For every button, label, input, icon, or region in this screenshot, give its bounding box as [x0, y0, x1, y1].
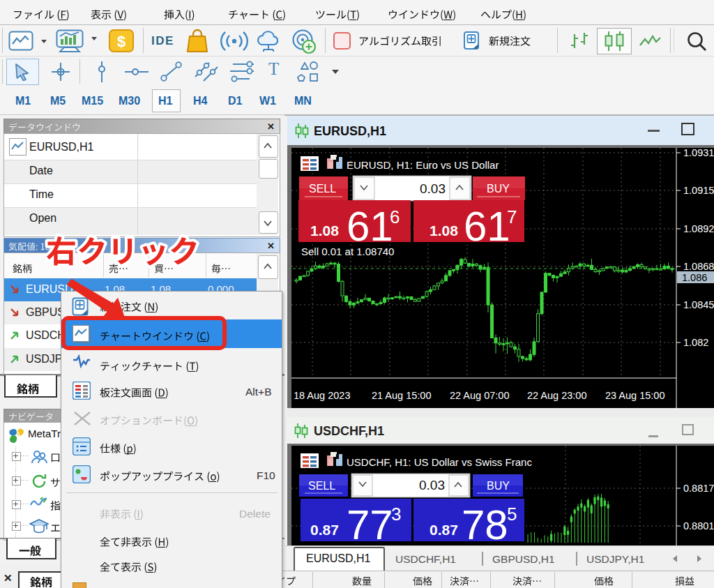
svg-text:1.08: 1.08	[310, 223, 339, 239]
svg-text:0.03: 0.03	[420, 181, 446, 196]
svg-text:1.0892: 1.0892	[683, 223, 714, 234]
svg-text:BUY: BUY	[487, 480, 510, 492]
svg-text:1.0845: 1.0845	[683, 299, 714, 310]
svg-text:1.08: 1.08	[430, 223, 458, 239]
svg-text:0.03: 0.03	[419, 478, 445, 492]
svg-text:5: 5	[507, 504, 517, 525]
svg-text:1.0931: 1.0931	[683, 147, 714, 158]
svg-text:61: 61	[464, 203, 510, 250]
svg-text:BUY: BUY	[487, 183, 510, 195]
svg-text:3: 3	[391, 504, 401, 525]
svg-text:EURUSD, H1: Euro vs US Dollar: EURUSD, H1: Euro vs US Dollar	[347, 159, 499, 171]
svg-text:18 Aug 2023: 18 Aug 2023	[294, 390, 350, 401]
svg-text:1.0868: 1.0868	[683, 261, 714, 272]
svg-text:0.87: 0.87	[310, 522, 339, 538]
svg-text:23 Aug 15:00: 23 Aug 15:00	[605, 390, 664, 401]
svg-text:SELL: SELL	[309, 183, 336, 195]
svg-text:6: 6	[390, 206, 400, 227]
svg-text:Sell 0.01 at 1.08740: Sell 0.01 at 1.08740	[301, 246, 394, 257]
svg-text:22 Aug 07:00: 22 Aug 07:00	[450, 390, 509, 401]
svg-text:22 Aug 23:00: 22 Aug 23:00	[527, 390, 586, 401]
svg-text:61: 61	[347, 203, 393, 250]
svg-text:0.87: 0.87	[430, 522, 458, 538]
svg-text:SELL: SELL	[308, 480, 335, 492]
svg-text:1.086: 1.086	[682, 272, 707, 283]
svg-text:77: 77	[347, 502, 393, 545]
svg-text:1.082: 1.082	[683, 337, 708, 348]
svg-text:0.8801: 0.8801	[683, 520, 714, 532]
svg-text:0.8817: 0.8817	[683, 483, 714, 494]
svg-text:7: 7	[507, 206, 517, 227]
svg-text:1.0915: 1.0915	[683, 185, 714, 196]
svg-text:21 Aug 15:00: 21 Aug 15:00	[372, 390, 431, 401]
svg-text:USDCHF, H1: US Dollar vs Swis: USDCHF, H1: US Dollar vs Swiss Franc	[347, 456, 532, 468]
svg-text:78: 78	[462, 502, 508, 545]
svg-text:$: $	[117, 33, 126, 50]
